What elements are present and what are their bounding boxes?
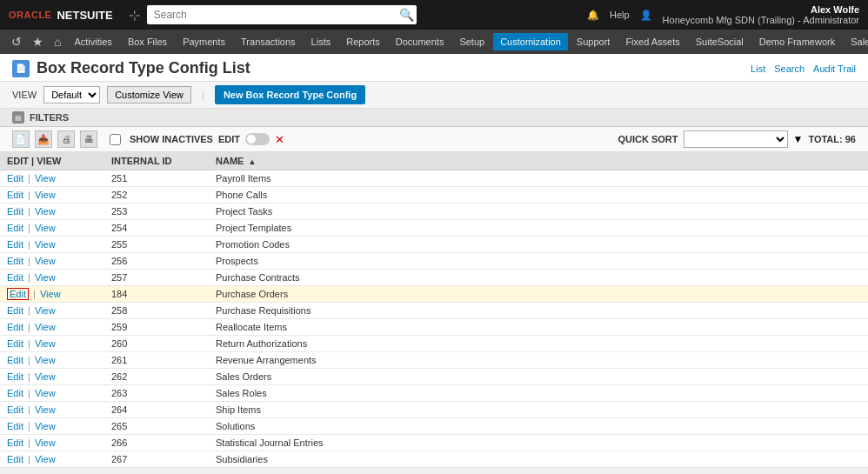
view-link[interactable]: View bbox=[35, 421, 56, 431]
edit-link[interactable]: Edit bbox=[7, 355, 23, 365]
help-label[interactable]: Help bbox=[610, 10, 630, 20]
nav-documents[interactable]: Documents bbox=[389, 33, 451, 50]
internal-id-cell: 261 bbox=[104, 352, 209, 369]
view-link[interactable]: View bbox=[35, 190, 56, 200]
nav-suitesocial[interactable]: SuiteSocial bbox=[689, 33, 751, 50]
pipe-separator: | bbox=[25, 256, 33, 266]
show-inactives-checkbox[interactable] bbox=[110, 134, 121, 145]
view-link[interactable]: View bbox=[35, 272, 56, 283]
view-link[interactable]: View bbox=[35, 206, 56, 217]
view-link[interactable]: View bbox=[35, 437, 56, 448]
edit-link[interactable]: Edit bbox=[7, 338, 23, 349]
col-name: NAME ▲ bbox=[209, 152, 868, 170]
user-company: Honeycomb Mfg SDN (Trailing) - Administr… bbox=[663, 15, 859, 25]
list-link[interactable]: List bbox=[751, 63, 765, 74]
star-icon[interactable]: ★ bbox=[28, 33, 48, 50]
csv-import-icon[interactable]: 📥 bbox=[35, 130, 52, 148]
name-cell: Purchase Orders bbox=[209, 286, 868, 303]
view-link[interactable]: View bbox=[35, 239, 56, 250]
nav-setup[interactable]: Setup bbox=[452, 33, 491, 50]
edit-link[interactable]: Edit bbox=[7, 288, 29, 300]
internal-id-cell: 266 bbox=[104, 435, 209, 451]
audit-trail-link[interactable]: Audit Trail bbox=[813, 63, 856, 74]
print-icon[interactable]: 🖨 bbox=[57, 130, 75, 148]
search-link[interactable]: Search bbox=[774, 63, 805, 74]
home-icon[interactable]: ⌂ bbox=[50, 33, 65, 50]
edit-link[interactable]: Edit bbox=[7, 173, 23, 184]
nav-box-files[interactable]: Box Files bbox=[121, 33, 174, 50]
edit-link[interactable]: Edit bbox=[7, 256, 23, 266]
nav-transactions[interactable]: Transactions bbox=[234, 33, 303, 50]
name-cell: Project Tasks bbox=[209, 204, 868, 220]
edit-link[interactable]: Edit bbox=[7, 421, 23, 431]
view-link[interactable]: View bbox=[35, 305, 56, 316]
table-row: Edit | View256Prospects bbox=[0, 253, 868, 270]
pipe-separator: | bbox=[25, 272, 33, 283]
nav-fixed-assets[interactable]: Fixed Assets bbox=[618, 33, 686, 50]
nav-support[interactable]: Support bbox=[570, 33, 618, 50]
nav-demo-framework[interactable]: Demo Framework bbox=[752, 33, 842, 50]
view-link[interactable]: View bbox=[35, 338, 56, 349]
sort-dropdown-icon: ▼ bbox=[793, 133, 804, 145]
view-link[interactable]: View bbox=[35, 371, 56, 382]
cancel-edit-icon[interactable]: ✕ bbox=[275, 133, 284, 146]
edit-link[interactable]: Edit bbox=[7, 371, 23, 382]
view-select[interactable]: Default bbox=[43, 86, 100, 103]
edit-view-cell: Edit | View bbox=[0, 418, 104, 435]
search-button[interactable]: 🔍 bbox=[399, 8, 414, 22]
customize-view-button[interactable]: Customize View bbox=[107, 86, 191, 103]
nav-activities[interactable]: Activities bbox=[67, 33, 118, 50]
edit-link[interactable]: Edit bbox=[7, 388, 23, 398]
nav-lists[interactable]: Lists bbox=[304, 33, 338, 50]
edit-view-cell: Edit | View bbox=[0, 385, 104, 402]
edit-link[interactable]: Edit bbox=[7, 404, 23, 415]
pipe-separator: | bbox=[25, 239, 33, 250]
new-config-button[interactable]: New Box Record Type Config bbox=[215, 85, 365, 104]
view-link[interactable]: View bbox=[35, 388, 56, 398]
name-cell: Subsidiaries bbox=[209, 451, 868, 468]
name-cell: Statistical Journal Entries bbox=[209, 435, 868, 451]
pipe-separator: | bbox=[25, 305, 33, 316]
pipe-separator: | bbox=[25, 421, 33, 431]
table-row: Edit | View253Project Tasks bbox=[0, 204, 868, 220]
edit-link[interactable]: Edit bbox=[7, 206, 23, 217]
edit-link[interactable]: Edit bbox=[7, 190, 23, 200]
internal-id-cell: 257 bbox=[104, 270, 209, 286]
nav-reports[interactable]: Reports bbox=[339, 33, 387, 50]
view-link[interactable]: View bbox=[35, 355, 56, 365]
nav-payments[interactable]: Payments bbox=[176, 33, 232, 50]
main-table-area[interactable]: EDIT | VIEW INTERNAL ID NAME ▲ Edit | Vi… bbox=[0, 152, 868, 468]
edit-link[interactable]: Edit bbox=[7, 223, 23, 233]
table-row: Edit | View255Promotion Codes bbox=[0, 237, 868, 253]
edit-view-cell: Edit | View bbox=[0, 402, 104, 418]
nav-sales[interactable]: Sales bbox=[844, 33, 868, 50]
edit-link[interactable]: Edit bbox=[7, 272, 23, 283]
view-link[interactable]: View bbox=[35, 223, 56, 233]
refresh-icon[interactable]: ↺ bbox=[7, 33, 26, 50]
view-link[interactable]: View bbox=[35, 404, 56, 415]
edit-link[interactable]: Edit bbox=[7, 454, 23, 464]
internal-id-cell: 259 bbox=[104, 319, 209, 336]
quick-sort-select[interactable] bbox=[684, 130, 788, 148]
view-link[interactable]: View bbox=[35, 322, 56, 332]
edit-link[interactable]: Edit bbox=[7, 239, 23, 250]
edit-toggle[interactable] bbox=[245, 133, 270, 145]
view-link[interactable]: View bbox=[35, 256, 56, 266]
printer-icon[interactable]: 🖶 bbox=[80, 130, 97, 148]
edit-link[interactable]: Edit bbox=[7, 437, 23, 448]
edit-link[interactable]: Edit bbox=[7, 322, 23, 332]
pipe-separator: | bbox=[25, 437, 33, 448]
view-link[interactable]: View bbox=[35, 454, 56, 464]
page-icon: 📄 bbox=[12, 60, 30, 77]
name-cell: Purchase Requisitions bbox=[209, 303, 868, 319]
table-row: Edit | View269Tasks bbox=[0, 468, 868, 469]
view-link[interactable]: View bbox=[40, 289, 61, 299]
pipe-separator: | bbox=[30, 289, 38, 299]
view-link[interactable]: View bbox=[35, 173, 56, 184]
edit-link[interactable]: Edit bbox=[7, 305, 23, 316]
nav-customization[interactable]: Customization bbox=[493, 33, 568, 50]
name-cell: Reallocate Items bbox=[209, 319, 868, 336]
internal-id-cell: 263 bbox=[104, 385, 209, 402]
new-record-icon[interactable]: 📄 bbox=[12, 130, 30, 148]
search-input[interactable] bbox=[147, 5, 417, 24]
